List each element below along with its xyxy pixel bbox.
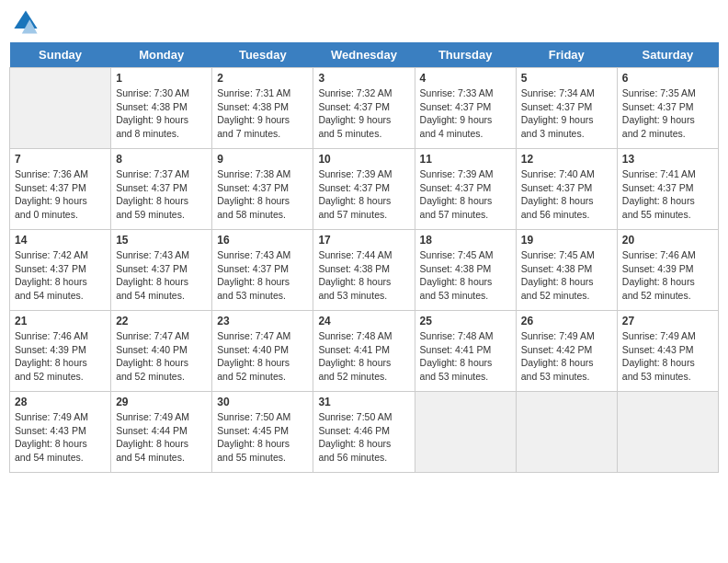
calendar-cell bbox=[617, 392, 718, 473]
cell-info: Sunrise: 7:47 AMSunset: 4:40 PMDaylight:… bbox=[217, 329, 308, 384]
cell-info: Sunrise: 7:48 AMSunset: 4:41 PMDaylight:… bbox=[420, 329, 511, 384]
cell-info-line: and 53 minutes. bbox=[318, 290, 387, 301]
cell-info-line: Sunset: 4:42 PM bbox=[521, 344, 593, 355]
cell-info-line: Daylight: 9 hours bbox=[116, 114, 188, 125]
cell-info-line: and 54 minutes. bbox=[15, 290, 84, 301]
cell-info-line: and 3 minutes. bbox=[521, 128, 585, 139]
cell-info-line: Sunrise: 7:50 AM bbox=[318, 411, 392, 422]
cell-info-line: Sunset: 4:37 PM bbox=[521, 101, 593, 112]
cell-info-line: Sunset: 4:45 PM bbox=[217, 425, 289, 436]
cell-info-line: Daylight: 8 hours bbox=[116, 357, 188, 368]
day-number: 21 bbox=[15, 315, 106, 327]
day-number: 28 bbox=[15, 396, 106, 408]
cell-info-line: Sunrise: 7:49 AM bbox=[15, 411, 88, 422]
weekday-header-monday: Monday bbox=[111, 42, 212, 68]
calendar-cell: 3Sunrise: 7:32 AMSunset: 4:37 PMDaylight… bbox=[313, 68, 415, 149]
cell-info-line: and 8 minutes. bbox=[116, 128, 179, 139]
cell-info-line: Sunrise: 7:33 AM bbox=[420, 87, 494, 98]
cell-info-line: Sunset: 4:38 PM bbox=[420, 263, 492, 274]
cell-info-line: Daylight: 8 hours bbox=[521, 357, 594, 368]
cell-info-line: Daylight: 9 hours bbox=[420, 114, 493, 125]
cell-info-line: Sunrise: 7:37 AM bbox=[116, 168, 189, 179]
cell-info: Sunrise: 7:31 AMSunset: 4:38 PMDaylight:… bbox=[217, 86, 308, 141]
day-number: 4 bbox=[420, 72, 511, 85]
cell-info-line: Sunset: 4:40 PM bbox=[217, 344, 289, 355]
calendar-cell: 19Sunrise: 7:45 AMSunset: 4:38 PMDayligh… bbox=[516, 230, 617, 311]
cell-info-line: Daylight: 8 hours bbox=[318, 357, 391, 368]
cell-info-line: Sunrise: 7:43 AM bbox=[116, 249, 189, 260]
cell-info-line: and 52 minutes. bbox=[622, 290, 691, 301]
cell-info-line: Sunset: 4:39 PM bbox=[622, 263, 694, 274]
cell-info-line: and 55 minutes. bbox=[217, 452, 286, 463]
cell-info-line: Sunrise: 7:39 AM bbox=[420, 168, 494, 179]
day-number: 2 bbox=[217, 72, 308, 85]
cell-info-line: Daylight: 8 hours bbox=[15, 438, 87, 449]
cell-info-line: Daylight: 9 hours bbox=[521, 114, 594, 125]
weekday-header-tuesday: Tuesday bbox=[212, 42, 313, 68]
cell-info: Sunrise: 7:46 AMSunset: 4:39 PMDaylight:… bbox=[15, 329, 106, 384]
calendar-week-row: 28Sunrise: 7:49 AMSunset: 4:43 PMDayligh… bbox=[10, 392, 719, 473]
calendar-cell: 11Sunrise: 7:39 AMSunset: 4:37 PMDayligh… bbox=[415, 149, 516, 230]
cell-info-line: Sunset: 4:38 PM bbox=[217, 101, 289, 112]
cell-info-line: Sunrise: 7:46 AM bbox=[622, 249, 696, 260]
cell-info-line: and 52 minutes. bbox=[318, 371, 387, 382]
day-number: 7 bbox=[15, 153, 106, 166]
calendar-cell: 23Sunrise: 7:47 AMSunset: 4:40 PMDayligh… bbox=[212, 311, 313, 392]
cell-info-line: and 52 minutes. bbox=[217, 371, 286, 382]
cell-info-line: Sunset: 4:46 PM bbox=[318, 425, 390, 436]
cell-info-line: Sunrise: 7:40 AM bbox=[521, 168, 595, 179]
cell-info-line: Sunset: 4:40 PM bbox=[116, 344, 188, 355]
cell-info: Sunrise: 7:49 AMSunset: 4:43 PMDaylight:… bbox=[15, 410, 106, 465]
cell-info-line: and 2 minutes. bbox=[622, 128, 686, 139]
cell-info-line: Daylight: 8 hours bbox=[420, 276, 493, 287]
calendar-cell: 15Sunrise: 7:43 AMSunset: 4:37 PMDayligh… bbox=[111, 230, 212, 311]
cell-info-line: Sunrise: 7:49 AM bbox=[622, 330, 696, 341]
cell-info-line: Sunset: 4:37 PM bbox=[622, 101, 694, 112]
calendar-cell: 24Sunrise: 7:48 AMSunset: 4:41 PMDayligh… bbox=[313, 311, 415, 392]
calendar-cell: 16Sunrise: 7:43 AMSunset: 4:37 PMDayligh… bbox=[212, 230, 313, 311]
day-number: 3 bbox=[318, 72, 409, 85]
cell-info: Sunrise: 7:34 AMSunset: 4:37 PMDaylight:… bbox=[521, 86, 612, 141]
cell-info: Sunrise: 7:36 AMSunset: 4:37 PMDaylight:… bbox=[15, 167, 106, 222]
calendar-cell: 22Sunrise: 7:47 AMSunset: 4:40 PMDayligh… bbox=[111, 311, 212, 392]
weekday-header-saturday: Saturday bbox=[617, 42, 718, 68]
day-number: 10 bbox=[318, 153, 409, 166]
cell-info-line: and 53 minutes. bbox=[622, 371, 691, 382]
cell-info-line: Daylight: 8 hours bbox=[116, 438, 188, 449]
weekday-header-sunday: Sunday bbox=[10, 42, 111, 68]
cell-info: Sunrise: 7:43 AMSunset: 4:37 PMDaylight:… bbox=[217, 248, 308, 303]
cell-info-line: Sunrise: 7:41 AM bbox=[622, 168, 696, 179]
calendar-cell: 31Sunrise: 7:50 AMSunset: 4:46 PMDayligh… bbox=[313, 392, 415, 473]
day-number: 26 bbox=[521, 315, 612, 327]
day-number: 1 bbox=[116, 72, 207, 85]
cell-info-line: and 4 minutes. bbox=[420, 128, 483, 139]
cell-info-line: Daylight: 8 hours bbox=[420, 357, 493, 368]
cell-info: Sunrise: 7:46 AMSunset: 4:39 PMDaylight:… bbox=[622, 248, 713, 303]
cell-info-line: Daylight: 8 hours bbox=[217, 438, 290, 449]
cell-info: Sunrise: 7:41 AMSunset: 4:37 PMDaylight:… bbox=[622, 167, 713, 222]
cell-info-line: Daylight: 8 hours bbox=[622, 195, 695, 206]
cell-info: Sunrise: 7:49 AMSunset: 4:44 PMDaylight:… bbox=[116, 410, 207, 465]
cell-info: Sunrise: 7:50 AMSunset: 4:45 PMDaylight:… bbox=[217, 410, 308, 465]
cell-info-line: and 55 minutes. bbox=[622, 209, 691, 220]
cell-info-line: and 53 minutes. bbox=[420, 371, 489, 382]
cell-info-line: and 56 minutes. bbox=[521, 209, 590, 220]
page-header bbox=[9, 9, 719, 35]
cell-info-line: Sunrise: 7:32 AM bbox=[318, 87, 392, 98]
day-number: 5 bbox=[521, 72, 612, 85]
day-number: 16 bbox=[217, 234, 308, 247]
cell-info: Sunrise: 7:43 AMSunset: 4:37 PMDaylight:… bbox=[116, 248, 207, 303]
day-number: 15 bbox=[116, 234, 207, 247]
calendar-week-row: 7Sunrise: 7:36 AMSunset: 4:37 PMDaylight… bbox=[10, 149, 719, 230]
calendar-cell: 29Sunrise: 7:49 AMSunset: 4:44 PMDayligh… bbox=[111, 392, 212, 473]
calendar-table: SundayMondayTuesdayWednesdayThursdayFrid… bbox=[9, 42, 719, 473]
cell-info-line: and 54 minutes. bbox=[15, 452, 84, 463]
calendar-cell: 4Sunrise: 7:33 AMSunset: 4:37 PMDaylight… bbox=[415, 68, 516, 149]
calendar-week-row: 1Sunrise: 7:30 AMSunset: 4:38 PMDaylight… bbox=[10, 68, 719, 149]
cell-info-line: Sunrise: 7:30 AM bbox=[116, 87, 189, 98]
cell-info-line: Daylight: 8 hours bbox=[318, 438, 391, 449]
calendar-week-row: 14Sunrise: 7:42 AMSunset: 4:37 PMDayligh… bbox=[10, 230, 719, 311]
cell-info-line: Sunrise: 7:44 AM bbox=[318, 249, 392, 260]
calendar-cell: 2Sunrise: 7:31 AMSunset: 4:38 PMDaylight… bbox=[212, 68, 313, 149]
calendar-cell: 25Sunrise: 7:48 AMSunset: 4:41 PMDayligh… bbox=[415, 311, 516, 392]
